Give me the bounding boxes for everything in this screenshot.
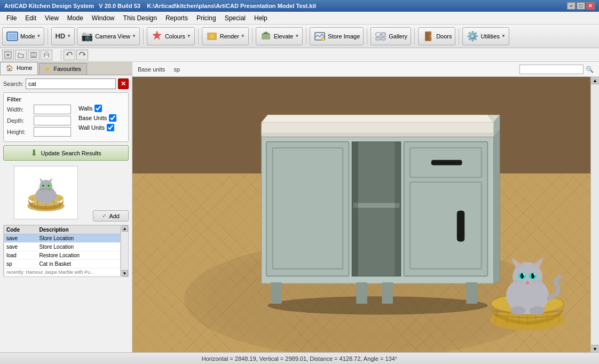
update-search-label: Update Search Results (41, 150, 101, 156)
doors-button[interactable]: Doors (418, 27, 455, 45)
add-label: Add (109, 213, 120, 219)
store-image-button[interactable]: Store Image (310, 27, 364, 45)
elevate-button[interactable]: Elevate ▼ (256, 27, 303, 45)
tb2-extra-btn[interactable] (53, 50, 59, 60)
clear-search-button[interactable]: ✕ (118, 78, 129, 89)
nav-search-area: 🔍 (519, 65, 594, 74)
filter-wall-units-checkbox[interactable] (107, 124, 114, 131)
svg-rect-11 (376, 37, 380, 40)
window-controls: − □ ✕ (567, 2, 595, 10)
results-area: Code Description save Store Location sav… (3, 225, 129, 277)
add-button[interactable]: ✓ Add (93, 210, 129, 221)
row-code: load (4, 251, 37, 260)
gallery-button[interactable]: Gallery (371, 27, 411, 45)
tb2-new-btn[interactable] (2, 50, 14, 60)
viewport[interactable]: ▲ ▼ (132, 77, 599, 352)
hd-button[interactable]: HD ▼ (51, 27, 75, 45)
tab-favourites[interactable]: ★ Favourites (39, 63, 86, 75)
filter-base-units-row: Base Units (78, 114, 116, 122)
nav-search-input[interactable] (519, 65, 584, 74)
tb2-undo-btn[interactable] (64, 50, 75, 60)
colours-button[interactable]: Colours ▼ (147, 27, 195, 45)
results-scrollbar[interactable]: ▲ ▼ (121, 225, 128, 276)
filter-walls-row: Walls (78, 105, 116, 112)
filter-walls-checkbox[interactable] (94, 105, 102, 112)
svg-point-95 (530, 306, 545, 315)
menu-mode[interactable]: Mode (63, 13, 88, 23)
svg-rect-22 (45, 56, 48, 58)
tb2-open-btn[interactable] (15, 50, 27, 60)
filter-height-input[interactable] (34, 127, 71, 137)
table-row[interactable]: sp Cat in Basket (4, 260, 121, 268)
cat-in-basket-3d (479, 253, 576, 338)
svg-rect-63 (356, 282, 367, 304)
store-image-label: Store Image (328, 33, 360, 39)
search-input[interactable] (26, 78, 116, 89)
filter-depth-input[interactable] (34, 116, 71, 125)
maximize-button[interactable]: □ (577, 2, 585, 10)
mode-caret: ▼ (37, 34, 41, 38)
svg-rect-51 (266, 141, 349, 276)
file-path: K:\Articad\kitchen\plans\ArtiCAD Present… (147, 3, 316, 9)
filter-depth-row: Depth: (7, 116, 71, 125)
sep5 (306, 28, 306, 44)
gallery-label: Gallery (389, 33, 407, 39)
panel-content: Search: ✕ Filter Width: Depth: (0, 75, 132, 352)
menu-file[interactable]: File (2, 13, 21, 23)
table-row[interactable]: save Store Location (4, 234, 121, 243)
sep4 (252, 28, 253, 44)
menu-window[interactable]: Window (88, 13, 119, 23)
svg-point-87 (523, 274, 525, 275)
results-scroll-area[interactable]: Code Description save Store Location sav… (4, 225, 121, 276)
filter-base-units-checkbox[interactable] (109, 114, 116, 122)
svg-marker-23 (67, 53, 69, 56)
gallery-icon (374, 30, 387, 43)
menu-reports[interactable]: Reports (161, 13, 192, 23)
mode-button[interactable]: Mode ▼ (2, 27, 44, 45)
scroll-up-btn[interactable]: ▲ (122, 225, 128, 232)
doors-label: Doors (436, 33, 452, 39)
filter-width-input[interactable] (34, 105, 71, 114)
breadcrumb-sp[interactable]: sp (174, 66, 180, 73)
close-button[interactable]: ✕ (586, 2, 595, 10)
menu-this-design[interactable]: This Design (119, 13, 161, 23)
svg-point-94 (510, 306, 525, 315)
tb2-print-btn[interactable] (41, 50, 52, 60)
utilities-button[interactable]: ⚙️ Utilities ▼ (462, 27, 509, 45)
table-row[interactable]: save Store Location (4, 243, 121, 251)
table-row[interactable]: load Restore Location (4, 251, 121, 260)
toolbar: Mode ▼ HD ▼ 📷 Camera View ▼ Colours ▼ (0, 25, 599, 48)
tb2-save-btn[interactable] (28, 50, 40, 60)
menu-view[interactable]: View (41, 13, 63, 23)
menu-special[interactable]: Special (220, 13, 250, 23)
tb2-redo-btn[interactable] (76, 50, 88, 60)
filter-dimensions: Width: Depth: Height: (7, 105, 71, 138)
search-row: Search: ✕ (3, 78, 129, 89)
camera-view-button[interactable]: 📷 Camera View ▼ (77, 27, 140, 45)
search-label: Search: (3, 81, 23, 87)
menu-help[interactable]: Help (250, 13, 272, 23)
filter-base-units-label: Base Units (78, 115, 107, 121)
col-code-header: Code (4, 226, 37, 234)
scroll-down-btn[interactable]: ▼ (122, 270, 128, 276)
filter-checkboxes: Walls Base Units Wall Units (78, 105, 116, 138)
viewport-scroll-up[interactable]: ▲ (591, 77, 599, 84)
update-search-button[interactable]: ⬇ Update Search Results (3, 145, 129, 161)
nav-row: Base units sp 🔍 (132, 62, 599, 77)
preview-image (22, 171, 70, 214)
render-button[interactable]: Render ▼ (202, 27, 249, 45)
svg-point-39 (48, 185, 49, 186)
menu-edit[interactable]: Edit (21, 13, 41, 23)
minimize-button[interactable]: − (567, 2, 576, 10)
viewport-scrollbar[interactable]: ▲ ▼ (590, 77, 599, 352)
mode-icon (6, 30, 19, 43)
breadcrumb-base-units[interactable]: Base units (138, 66, 165, 73)
table-row[interactable]: recently: Hamour Jaspe Marble with Pu... (4, 268, 121, 276)
tab-home[interactable]: 🏠 Home (0, 62, 38, 75)
svg-marker-24 (83, 53, 85, 56)
row-code: save (4, 243, 37, 251)
nav-search-icon[interactable]: 🔍 (586, 66, 594, 73)
viewport-scroll-down[interactable]: ▼ (591, 345, 599, 352)
menu-pricing[interactable]: Pricing (192, 13, 220, 23)
filter-wall-units-label: Wall Units (78, 124, 105, 131)
